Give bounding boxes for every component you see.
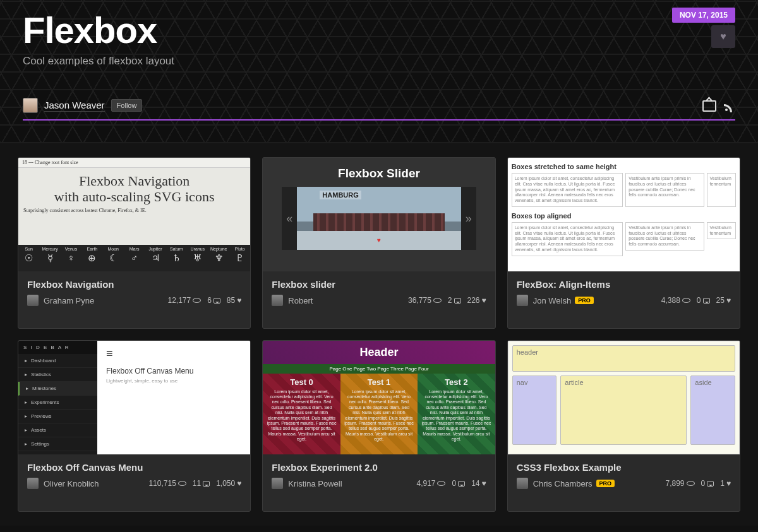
rss-icon[interactable] xyxy=(725,101,735,111)
pen-title[interactable]: Flexbox slider xyxy=(263,271,495,292)
author-link[interactable]: Robert xyxy=(288,296,313,305)
pen-title[interactable]: Flexbox Navigation xyxy=(18,271,250,292)
pen-thumbnail: Boxes stretched to same height Lorem ips… xyxy=(508,158,740,271)
pen-thumbnail: header nav article aside xyxy=(508,341,740,454)
pen-card[interactable]: S I D E B A R ▸Dashboard▸Statistics▸Mile… xyxy=(18,340,251,512)
avatar[interactable] xyxy=(272,478,283,489)
pen-title[interactable]: CSS3 Flexbox Example xyxy=(508,454,740,475)
pen-card[interactable]: header nav article aside CSS3 Flexbox Ex… xyxy=(507,340,740,512)
avatar[interactable] xyxy=(517,295,528,306)
avatar[interactable] xyxy=(272,295,283,306)
pen-thumbnail: Header Page One Page Two Page Three Page… xyxy=(263,341,495,454)
pen-stats: 12,177 6 85♥ xyxy=(167,296,241,305)
pen-card[interactable]: 18 --- Change root font size Flexbox Nav… xyxy=(18,157,251,329)
heart-icon: ♥ xyxy=(726,479,731,488)
pro-badge: PRO xyxy=(596,480,615,487)
pen-card[interactable]: Header Page One Page Two Page Three Page… xyxy=(262,340,495,512)
collection-header: NOV 17, 2015 ♥ Flexbox Cool examples of … xyxy=(0,0,758,143)
pen-title[interactable]: Flexbox Off Canvas Menu xyxy=(18,454,250,475)
pen-grid: 18 --- Change root font size Flexbox Nav… xyxy=(0,143,758,526)
author-row: Jason Weaver Follow xyxy=(23,98,142,113)
pen-thumbnail: Flexbox Slider « HAMBURG » ♥ xyxy=(263,158,495,271)
avatar[interactable] xyxy=(23,98,38,113)
pen-stats: 110,715 11 1,050♥ xyxy=(148,479,241,488)
comments-icon xyxy=(703,298,710,304)
avatar[interactable] xyxy=(27,478,39,489)
pen-card[interactable]: Flexbox Slider « HAMBURG » ♥ Flexbox sli… xyxy=(262,157,495,329)
heart-icon: ♥ xyxy=(237,479,241,488)
header-actions xyxy=(702,100,735,112)
pen-title[interactable]: Flexbox Experiment 2.0 xyxy=(263,454,495,475)
collection-subtitle: Cool examples of flexbox layout xyxy=(23,55,735,68)
follow-button[interactable]: Follow xyxy=(111,99,143,112)
avatar[interactable] xyxy=(27,295,39,306)
author-link[interactable]: Oliver Knoblich xyxy=(44,479,99,488)
comments-icon xyxy=(458,481,465,487)
menu-icon: ≡ xyxy=(106,347,241,360)
avatar[interactable] xyxy=(517,478,528,489)
views-icon xyxy=(687,481,695,486)
views-icon xyxy=(437,481,445,486)
pen-stats: 7,899 0 1♥ xyxy=(665,479,731,488)
author-link[interactable]: Kristina Powell xyxy=(288,479,342,488)
heart-icon: ♥ xyxy=(726,296,731,305)
author-link[interactable]: Jon Welsh xyxy=(533,296,571,305)
comments-icon xyxy=(454,298,461,304)
pen-stats: 4,917 0 14♥ xyxy=(416,479,486,488)
views-icon xyxy=(178,481,186,486)
tv-icon[interactable] xyxy=(702,100,716,112)
pen-stats: 36,775 2 226♥ xyxy=(408,296,486,305)
collection-title: Flexbox xyxy=(23,9,735,51)
pro-badge: PRO xyxy=(575,297,594,304)
favorite-button[interactable]: ♥ xyxy=(711,25,735,48)
comments-icon xyxy=(707,481,714,487)
pen-title[interactable]: FlexBox: Align-Items xyxy=(508,271,740,292)
heart-icon: ♥ xyxy=(482,296,486,305)
date-badge: NOV 17, 2015 xyxy=(672,8,735,23)
views-icon xyxy=(433,298,442,303)
views-icon xyxy=(682,298,690,303)
next-arrow-icon: » xyxy=(461,212,476,225)
heart-icon: ♥ xyxy=(237,296,241,305)
pen-stats: 4,388 0 25♥ xyxy=(661,296,731,305)
author-link[interactable]: Jason Weaver xyxy=(44,100,105,112)
views-icon xyxy=(193,298,201,303)
pen-thumbnail: S I D E B A R ▸Dashboard▸Statistics▸Mile… xyxy=(18,341,250,454)
author-link[interactable]: Graham Pyne xyxy=(44,296,94,305)
heart-icon: ♥ xyxy=(482,479,486,488)
heart-icon: ♥ xyxy=(377,237,381,244)
pen-thumbnail: 18 --- Change root font size Flexbox Nav… xyxy=(18,158,250,271)
pen-card[interactable]: Boxes stretched to same height Lorem ips… xyxy=(507,157,740,329)
heart-icon: ♥ xyxy=(720,31,726,42)
author-link[interactable]: Chris Chambers xyxy=(533,479,593,488)
comments-icon xyxy=(203,481,210,487)
divider xyxy=(23,119,735,121)
prev-arrow-icon: « xyxy=(282,212,297,225)
comments-icon xyxy=(214,298,220,304)
